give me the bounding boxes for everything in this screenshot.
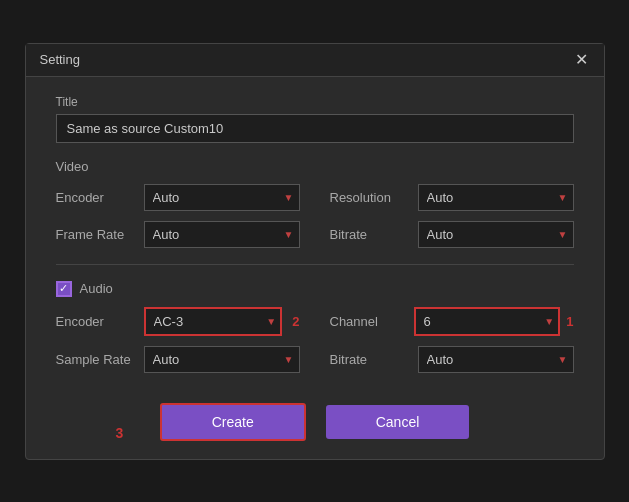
settings-dialog: Setting ✕ Title Video Encoder Auto ▼	[25, 43, 605, 460]
resolution-row: Resolution Auto ▼	[330, 184, 574, 211]
footer-badge-3: 3	[116, 425, 124, 441]
video-bitrate-select[interactable]: Auto	[418, 221, 574, 248]
audio-bitrate-select-wrapper: Auto ▼	[418, 346, 574, 373]
resolution-label: Resolution	[330, 190, 410, 205]
video-encoder-label: Encoder	[56, 190, 136, 205]
audio-encoder-row: Encoder AC-3 ▼ 2	[56, 307, 300, 336]
audio-encoder-label: Encoder	[56, 314, 136, 329]
video-bitrate-select-wrapper: Auto ▼	[418, 221, 574, 248]
video-form-grid: Encoder Auto ▼ Resolution Auto ▼	[56, 184, 574, 248]
title-label: Title	[56, 95, 574, 109]
audio-encoder-select[interactable]: AC-3	[144, 307, 283, 336]
title-section: Title	[56, 95, 574, 143]
title-input[interactable]	[56, 114, 574, 143]
audio-form-grid: Encoder AC-3 ▼ 2 Channel 6 ▼ 1	[56, 307, 574, 373]
frame-rate-row: Frame Rate Auto ▼	[56, 221, 300, 248]
audio-bitrate-select[interactable]: Auto	[418, 346, 574, 373]
frame-rate-label: Frame Rate	[56, 227, 136, 242]
frame-rate-select[interactable]: Auto	[144, 221, 300, 248]
sample-rate-select[interactable]: Auto	[144, 346, 300, 373]
video-bitrate-label: Bitrate	[330, 227, 410, 242]
sample-rate-row: Sample Rate Auto ▼	[56, 346, 300, 373]
sample-rate-select-wrapper: Auto ▼	[144, 346, 300, 373]
sample-rate-label: Sample Rate	[56, 352, 136, 367]
close-button[interactable]: ✕	[573, 52, 590, 68]
video-encoder-select[interactable]: Auto	[144, 184, 300, 211]
audio-section-label: Audio	[80, 281, 113, 296]
channel-label: Channel	[330, 314, 410, 329]
checkmark-icon: ✓	[59, 283, 68, 294]
video-section-label: Video	[56, 159, 574, 174]
audio-encoder-badge: 2	[292, 314, 299, 329]
video-bitrate-row: Bitrate Auto ▼	[330, 221, 574, 248]
channel-select-wrapper: 6 ▼	[414, 307, 561, 336]
audio-bitrate-row: Bitrate Auto ▼	[330, 346, 574, 373]
dialog-body: Title Video Encoder Auto ▼ Resolution	[26, 77, 604, 389]
frame-rate-select-wrapper: Auto ▼	[144, 221, 300, 248]
dialog-title: Setting	[40, 52, 80, 67]
audio-section-header: ✓ Audio	[56, 281, 574, 297]
video-encoder-select-wrapper: Auto ▼	[144, 184, 300, 211]
audio-checkbox[interactable]: ✓	[56, 281, 72, 297]
channel-select[interactable]: 6	[414, 307, 561, 336]
channel-row: Channel 6 ▼ 1	[330, 307, 574, 336]
resolution-select[interactable]: Auto	[418, 184, 574, 211]
audio-bitrate-label: Bitrate	[330, 352, 410, 367]
video-encoder-row: Encoder Auto ▼	[56, 184, 300, 211]
audio-encoder-select-wrapper: AC-3 ▼	[144, 307, 283, 336]
cancel-button[interactable]: Cancel	[326, 405, 470, 439]
create-button[interactable]: Create	[160, 403, 306, 441]
title-bar: Setting ✕	[26, 44, 604, 77]
channel-badge: 1	[566, 314, 573, 329]
resolution-select-wrapper: Auto ▼	[418, 184, 574, 211]
dialog-footer: 3 Create Cancel	[26, 389, 604, 459]
section-divider	[56, 264, 574, 265]
